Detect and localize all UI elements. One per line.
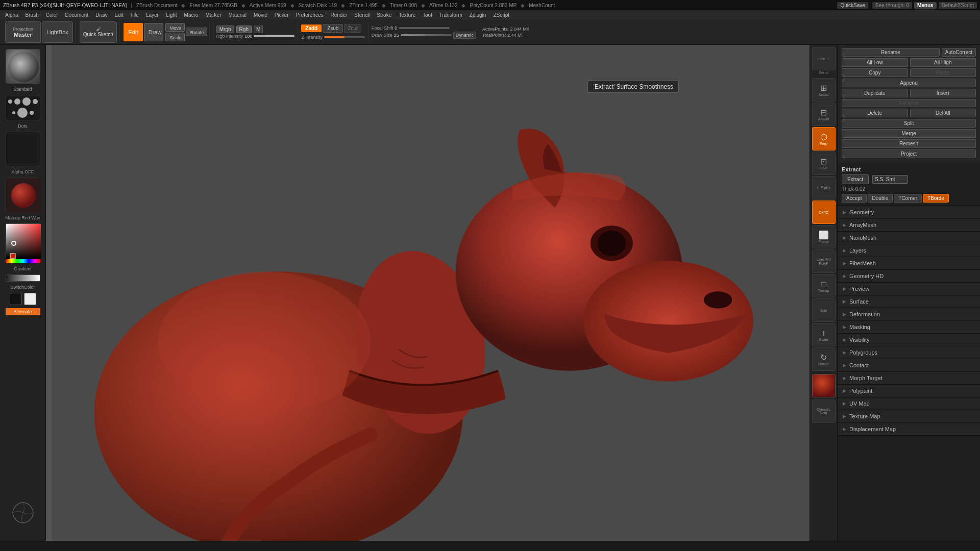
paste-btn[interactable]: Paste [910,68,976,77]
menu-marker[interactable]: Marker [202,12,224,18]
brush-preview[interactable] [6,49,40,84]
preview-section-btn[interactable]: ▶ Preview [838,283,980,295]
menu-color[interactable]: Color [43,12,61,18]
zscript-btn[interactable]: DefaultZScript [939,2,977,9]
dynamic2-btn[interactable]: Dynamic Solo [812,399,836,423]
zsub-btn[interactable]: Zsub [323,24,343,33]
all-high-btn[interactable]: All High [910,58,976,67]
menu-zscript[interactable]: ZScript [490,12,512,18]
persp-btn[interactable]: ⬡ Perp [812,127,836,151]
menu-document[interactable]: Document [62,12,92,18]
tool-rotate-btn[interactable]: ↻ Rotate [812,347,836,371]
linefill-btn[interactable]: Line Fill PolyF [812,249,836,273]
color-swatch-white[interactable] [24,293,36,305]
split-btn[interactable]: Split [842,119,976,128]
uv-map-section-btn[interactable]: ▶ UV Map [838,397,980,410]
nanomesh-section-btn[interactable]: ▶ NanoMesh [838,232,980,244]
quicksave-btn[interactable]: QuickSave [837,2,868,9]
fibermesh-section-btn[interactable]: ▶ FiberMesh [838,257,980,270]
lsym-btn[interactable]: L Sym [812,176,836,199]
color-square[interactable] [6,223,40,258]
scale-btn[interactable]: Scale [165,33,185,41]
layers-section-btn[interactable]: ▶ Layers [838,244,980,257]
z-intensity-slider[interactable] [324,36,365,38]
accept-btn[interactable]: Accept [842,194,867,203]
surface-section-btn[interactable]: ▶ Surface [838,295,980,308]
focal-shift-slider[interactable] [399,27,450,29]
menu-edit[interactable]: Edit [112,12,127,18]
see-through-btn[interactable]: See-through: 0 [872,2,912,9]
displacement-map-section-btn[interactable]: ▶ Displacement Map [838,423,980,436]
all-low-btn[interactable]: All Low [842,58,908,67]
rename-btn[interactable]: Rename [842,48,940,57]
menu-movie[interactable]: Movie [251,12,271,18]
menu-transform[interactable]: Transform [436,12,465,18]
morph-target-section-btn[interactable]: ▶ Morph Target [838,372,980,385]
actual-btn[interactable]: ⊞ Actual [812,78,836,102]
edit-btn[interactable]: Edit [124,23,143,41]
deformation-section-btn[interactable]: ▶ Deformation [838,308,980,321]
project-btn[interactable]: Project [842,149,976,158]
texture-map-section-btn[interactable]: ▶ Texture Map [838,410,980,423]
hue-slider[interactable] [6,259,40,263]
menu-file[interactable]: File [128,12,142,18]
copy-btn[interactable]: Copy [842,68,908,77]
draw-size-slider[interactable] [401,34,452,36]
dynamic-btn[interactable]: Dynamic [453,32,476,39]
menu-material[interactable]: Material [226,12,250,18]
insert-btn[interactable]: Insert [910,89,976,97]
spix-btn[interactable]: SPix 3 [812,47,836,70]
quick-sketch-btn[interactable]: 🖌 Quick Sketch [80,21,117,43]
menu-stencil[interactable]: Stencil [351,12,373,18]
menu-layer[interactable]: Layer [143,12,162,18]
menu-tool[interactable]: Tool [420,12,435,18]
solo-btn[interactable]: Solo [812,298,836,322]
visibility-section-btn[interactable]: ▶ Visibility [838,334,980,346]
double-btn[interactable]: Double [868,194,893,203]
material-swatch[interactable] [812,374,836,397]
zadd-btn[interactable]: Zadd [301,24,322,32]
draw-btn[interactable]: Draw [144,23,163,41]
geometry-hd-section-btn[interactable]: ▶ Geometry HD [838,270,980,283]
rotate-btn[interactable]: Rotate [186,28,207,36]
menu-draw[interactable]: Draw [92,12,110,18]
arraymesh-section-btn[interactable]: ▶ ArrayMesh [838,219,980,232]
texture-preview[interactable] [6,178,40,212]
append-btn[interactable]: Append [842,79,976,87]
lightbox-btn[interactable]: LightBox [42,21,73,43]
smt-input[interactable] [872,175,908,184]
zcut-btn[interactable]: Zcut [344,24,361,33]
autocorrect-btn[interactable]: AutoCorrect [942,48,976,57]
del-inline-btn[interactable]: Del Inline [842,99,976,107]
tool-scale-btn[interactable]: ↕ Scale [812,323,836,346]
delete-btn[interactable]: Delete [842,109,908,117]
contact-section-btn[interactable]: ▶ Contact [838,359,980,372]
color-swatch-black[interactable] [10,293,22,305]
menu-texture[interactable]: Texture [396,12,419,18]
polypaint-section-btn[interactable]: ▶ Polypaint [838,385,980,397]
masking-section-btn[interactable]: ▶ Masking [838,321,980,334]
del-all-btn[interactable]: Del All [910,109,976,117]
gradient-bar[interactable] [6,274,40,282]
transp-btn[interactable]: ◻ Transp [812,274,836,297]
move-btn[interactable]: Move [165,23,185,32]
menu-alpha[interactable]: Alpha [2,12,21,18]
floor-btn[interactable]: ⊡ Floor [812,152,836,175]
polygroups-section-btn[interactable]: ▶ Polygroups [838,346,980,359]
tcorner-btn[interactable]: TCorner [894,194,922,203]
menu-brush[interactable]: Brush [22,12,42,18]
duplicate-btn[interactable]: Duplicate [842,89,908,97]
remesh-btn[interactable]: Remesh [842,139,976,148]
menu-picker[interactable]: Picker [272,12,292,18]
dots-preview[interactable] [6,95,40,120]
menus-btn[interactable]: Menus [914,2,937,9]
menu-zplugin[interactable]: Zplugin [467,12,489,18]
menu-macro[interactable]: Macro [181,12,202,18]
geometry-section-btn[interactable]: ▶ Geometry [838,206,980,219]
m-btn[interactable]: M [254,26,263,33]
menu-light[interactable]: Light [163,12,180,18]
menu-stroke[interactable]: Stroke [374,12,395,18]
aahalf-btn[interactable]: ⊟ AAHalf [812,103,836,126]
color-picker[interactable] [6,223,40,263]
rgb-intensity-slider[interactable] [254,35,295,37]
